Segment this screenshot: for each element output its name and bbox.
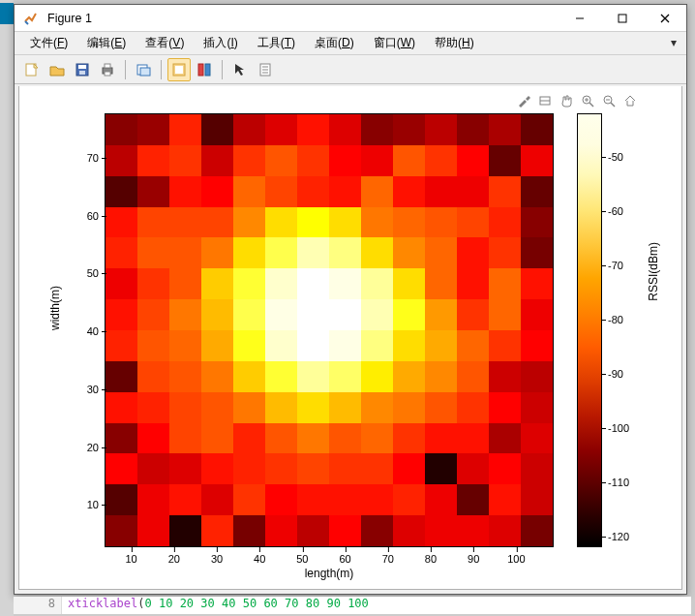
print-button[interactable] [96, 58, 119, 81]
heatmap-cell [106, 268, 137, 299]
y-axis-label: width(m) [48, 286, 62, 330]
heatmap-cell [457, 453, 489, 484]
svg-rect-12 [140, 68, 150, 76]
heatmap-cell [106, 423, 137, 454]
heatmap-cell [521, 114, 553, 145]
heatmap-cell [457, 176, 489, 207]
code-keyword: xticklabel [68, 597, 137, 610]
heatmap-cell [137, 145, 169, 176]
heatmap-cell [137, 515, 169, 546]
heatmap-cell [329, 484, 361, 515]
heatmap-cell [457, 114, 489, 145]
svg-rect-10 [105, 72, 110, 76]
menu-tools[interactable]: 工具(T) [248, 33, 305, 53]
heatmap-cell [233, 114, 265, 145]
colorbar-tick: -90 [608, 368, 623, 380]
heatmap-cell [201, 515, 233, 546]
heatmap-cell [457, 361, 489, 392]
heatmap-cell [106, 392, 137, 423]
x-axis-ticks: 102030405060708090100 [105, 549, 554, 569]
heatmap-cell [457, 145, 489, 176]
send-to-button[interactable] [132, 58, 155, 81]
heatmap-cell [169, 392, 201, 423]
heatmap-cell [521, 330, 553, 361]
zoom-out-icon[interactable] [600, 92, 618, 109]
insert-colorbar-button[interactable] [254, 58, 277, 81]
close-button[interactable] [644, 5, 686, 31]
zoom-in-icon[interactable] [579, 92, 596, 109]
x-tick: 10 [125, 553, 136, 565]
heatmap-cell [457, 515, 489, 546]
axes[interactable] [105, 113, 554, 547]
heatmap-cell [521, 453, 553, 484]
menu-desktop[interactable]: 桌面(D) [305, 33, 364, 53]
colorbar-tick: -60 [608, 205, 623, 217]
heatmap-cell [393, 299, 425, 330]
heatmap-cell [425, 515, 457, 546]
heatmap-cell [137, 484, 169, 515]
heatmap-cell [233, 330, 265, 361]
heatmap-cell [106, 330, 137, 361]
heatmap-surface[interactable] [105, 113, 554, 547]
svg-line-24 [589, 103, 593, 107]
heatmap-cell [297, 237, 329, 268]
heatmap-cell [329, 207, 361, 238]
heatmap-cell [265, 361, 297, 392]
x-tick: 100 [507, 553, 525, 565]
open-button[interactable] [45, 58, 69, 81]
heatmap-cell [297, 361, 329, 392]
y-tick: 60 [70, 210, 99, 222]
heatmap-cell [489, 453, 521, 484]
heatmap-cell [297, 114, 329, 145]
menu-help[interactable]: 帮助(H) [425, 33, 484, 53]
line-number: 8 [14, 597, 62, 614]
x-tick: 60 [339, 553, 350, 565]
heatmap-cell [361, 453, 393, 484]
heatmap-cell [297, 423, 329, 454]
heatmap-cell [169, 145, 201, 176]
heatmap-cell [521, 299, 553, 330]
heatmap-cell [393, 330, 425, 361]
svg-rect-9 [105, 64, 110, 68]
heatmap-cell [489, 268, 521, 299]
pan-icon[interactable] [558, 92, 575, 109]
home-icon[interactable] [621, 92, 639, 109]
arrow-button[interactable] [228, 58, 252, 81]
menu-window[interactable]: 窗口(W) [364, 33, 425, 53]
colorbar[interactable] [577, 113, 602, 547]
heatmap-cell [489, 515, 521, 546]
heatmap-cell [329, 392, 361, 423]
heatmap-cell [361, 207, 393, 238]
heatmap-cell [393, 515, 425, 546]
y-tick: 10 [70, 499, 99, 510]
heatmap-cell [297, 176, 329, 207]
heatmap-cell [457, 330, 489, 361]
x-axis-label: length(m) [105, 567, 554, 580]
heatmap-cell [169, 484, 201, 515]
heatmap-cell [297, 484, 329, 515]
menu-overflow-icon[interactable]: ▾ [667, 36, 680, 49]
linked-plot-button[interactable] [193, 58, 216, 81]
brush-icon[interactable] [515, 92, 532, 109]
heatmap-cell [201, 299, 233, 330]
save-button[interactable] [71, 58, 94, 81]
new-figure-button[interactable] [20, 58, 44, 81]
heatmap-cell [489, 176, 521, 207]
maximize-button[interactable] [601, 5, 644, 31]
menu-edit[interactable]: 编辑(E) [77, 33, 136, 53]
heatmap-cell [265, 237, 297, 268]
menu-view[interactable]: 查看(V) [136, 33, 194, 53]
span-icon[interactable] [536, 92, 554, 109]
minimize-button[interactable] [559, 5, 601, 31]
colorbar-tick: -70 [608, 260, 623, 271]
menu-insert[interactable]: 插入(I) [194, 33, 247, 53]
heatmap-cell [137, 176, 169, 207]
colorbar-label: RSSI(dBm) [647, 242, 660, 301]
heatmap-cell [201, 114, 233, 145]
heatmap-cell [233, 176, 265, 207]
data-cursor-button[interactable] [167, 58, 191, 81]
heatmap-cell [489, 392, 521, 423]
x-tick: 70 [382, 553, 394, 565]
toolbar-separator [161, 60, 162, 79]
menu-file[interactable]: 文件(F) [20, 33, 77, 53]
